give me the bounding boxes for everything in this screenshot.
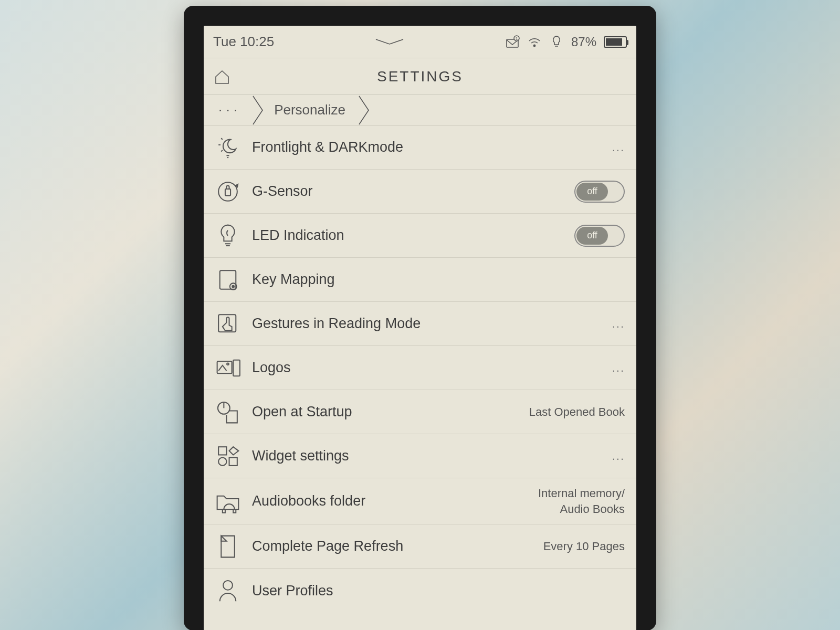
svg-rect-23 [218,447,226,455]
power-book-icon [213,401,243,424]
more-icon: ... [609,361,625,375]
row-startup[interactable]: Open at Startup Last Opened Book [204,390,636,434]
wifi-icon [527,35,542,49]
folder-headphones-icon [213,490,243,513]
row-refresh[interactable]: Complete Page Refresh Every 10 Pages [204,524,636,569]
svg-line-7 [221,150,223,152]
row-frontlight[interactable]: Frontlight & DARKmode ... [204,125,636,170]
svg-point-29 [223,581,233,590]
home-icon [213,67,232,86]
row-label: LED Indication [252,227,565,244]
user-icon [213,579,243,602]
home-button[interactable] [204,58,240,95]
row-gsensor[interactable]: G-Sensor off [204,170,636,214]
page-header: SETTINGS [204,58,636,95]
row-value: Every 10 Pages [543,539,625,554]
rotation-lock-icon [213,180,243,203]
more-icon: ... [609,317,625,331]
row-label: Audiobooks folder [252,493,529,509]
breadcrumb-root[interactable]: · · · [204,95,252,125]
battery-icon [604,36,627,48]
image-device-icon [213,356,243,380]
row-value: Last Opened Book [529,404,625,420]
row-label: G-Sensor [252,183,565,200]
chevron-right-icon [358,95,371,125]
svg-text:1: 1 [516,36,518,41]
lightbulb-icon [213,224,243,247]
row-label: Widget settings [252,448,600,464]
row-label: Logos [252,360,600,376]
widgets-icon [213,445,243,468]
settings-list: Frontlight & DARKmode ... G-Sensor off L… [204,125,636,613]
svg-rect-11 [225,188,230,195]
status-bar: Tue 10:25 1 87% [204,26,636,58]
breadcrumb-current[interactable]: Personalize [265,95,358,125]
gsensor-toggle[interactable]: off [574,181,625,203]
mail-icon: 1 [505,35,520,49]
pulldown-chevron-icon[interactable] [374,38,405,46]
row-value: Internal memory/ Audio Books [538,486,625,517]
led-toggle[interactable]: off [574,225,625,247]
row-audiobooks[interactable]: Audiobooks folder Internal memory/ Audio… [204,478,636,524]
row-label: Key Mapping [252,271,625,288]
svg-rect-20 [233,360,240,376]
svg-point-16 [232,285,234,287]
svg-point-19 [227,363,229,365]
svg-rect-26 [229,457,237,465]
svg-point-25 [218,457,226,465]
touch-gesture-icon [213,312,243,335]
row-led[interactable]: LED Indication off [204,214,636,258]
page-title: SETTINGS [204,68,636,85]
bulb-icon [549,35,564,49]
svg-line-5 [221,138,223,140]
more-icon: ... [609,449,625,463]
row-label: User Profiles [252,583,625,599]
row-profiles[interactable]: User Profiles [204,569,636,613]
row-logos[interactable]: Logos ... [204,346,636,390]
row-label: Gestures in Reading Mode [252,316,600,332]
breadcrumb-label: Personalize [274,102,345,118]
svg-point-3 [533,45,535,46]
more-icon: ... [609,141,625,154]
page-fold-icon [213,535,243,558]
moon-bulb-icon [213,136,243,159]
row-gestures[interactable]: Gestures in Reading Mode ... [204,302,636,346]
row-widgets[interactable]: Widget settings ... [204,434,636,478]
clock-text: Tue 10:25 [213,34,274,50]
row-label: Frontlight & DARKmode [252,139,600,155]
battery-percent: 87% [571,35,596,49]
svg-marker-24 [229,447,239,455]
row-label: Open at Startup [252,404,520,420]
ellipsis-icon: · · · [218,102,237,118]
svg-rect-27 [223,509,225,512]
chevron-right-icon [252,95,265,125]
row-label: Complete Page Refresh [252,538,534,554]
row-keymapping[interactable]: Key Mapping [204,258,636,302]
breadcrumb: · · · Personalize [204,95,636,125]
svg-rect-28 [233,509,236,512]
tablet-gear-icon [213,268,243,291]
